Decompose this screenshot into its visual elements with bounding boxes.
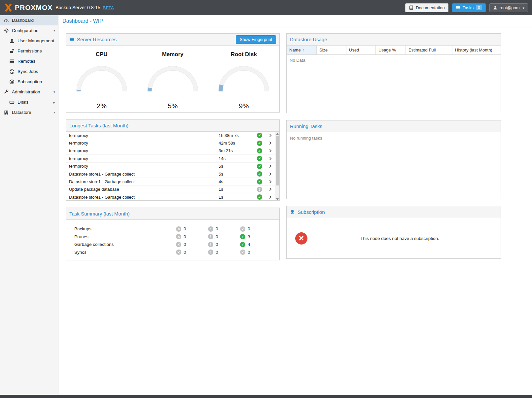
open-task-button[interactable] [266, 149, 275, 153]
scrollbar[interactable] [275, 132, 279, 201]
memory-gauge: Memory 5% [139, 51, 206, 113]
column-header-estimated-full[interactable]: Estimated Full [406, 46, 452, 54]
datastore-usage-columns: Name Size Used Usage % Estimated Full Hi… [287, 46, 501, 55]
lock-icon [9, 49, 15, 54]
tasks-label: Tasks [463, 5, 474, 10]
user-menu-button[interactable]: root@pam [489, 3, 528, 12]
open-task-button[interactable] [266, 141, 275, 145]
chevron-down-icon[interactable] [53, 29, 55, 32]
task-row[interactable]: termproxy 1h 38m 7s [66, 132, 275, 139]
warning-count: 0 [216, 250, 218, 255]
open-task-button[interactable] [266, 164, 275, 168]
scroll-up-button[interactable] [275, 132, 279, 136]
task-summary-panel: Task Summary (last Month) Backups 0 0 0 … [66, 208, 280, 260]
subscription-panel: Subscription × This node does not have a… [286, 206, 501, 259]
summary-row: Prunes 0 0 3 [66, 233, 279, 241]
sidebar: Dashboard Configuration User Management [0, 15, 58, 395]
gear-icon [4, 28, 9, 33]
task-duration: 5s [219, 164, 254, 169]
summary-row: Backups 0 0 0 [66, 225, 279, 233]
show-fingerprint-button[interactable]: Show Fingerprint [236, 35, 276, 44]
summary-row: Garbage collections 0 0 4 [66, 241, 279, 249]
task-row[interactable]: termproxy 3m 21s [66, 147, 275, 155]
task-duration: 4s [219, 179, 254, 184]
disk-icon [9, 100, 15, 105]
summary-label: Garbage collections [66, 242, 176, 247]
open-task-button[interactable] [266, 156, 275, 161]
task-duration: 1s [219, 195, 254, 200]
sidebar-item-disks[interactable]: Disks [0, 97, 58, 107]
open-task-button[interactable] [266, 187, 275, 191]
sidebar-item-dashboard[interactable]: Dashboard [0, 15, 58, 25]
task-row[interactable]: termproxy 14s [66, 155, 275, 162]
task-row[interactable]: termproxy 42m 58s [66, 139, 275, 147]
open-task-button[interactable] [266, 172, 275, 176]
column-header-size[interactable]: Size [317, 46, 346, 54]
task-row[interactable]: Update package database 1s [66, 186, 275, 193]
task-duration: 1s [219, 187, 254, 192]
sidebar-item-datastore[interactable]: Datastore [0, 107, 58, 117]
warning-count: 0 [216, 242, 218, 247]
datastore-usage-panel: Datastore Usage Name Size Used Usage % E… [286, 33, 501, 113]
sidebar-item-user-management[interactable]: User Management [0, 36, 58, 46]
task-status-icon [257, 179, 262, 184]
subscription-body: × This node does not have a subscription… [287, 218, 501, 258]
server-resources-panel: Server Resources Show Fingerprint CPU [66, 33, 280, 113]
task-summary-header: Task Summary (last Month) [66, 208, 279, 220]
server-resources-title: Server Resources [77, 37, 117, 42]
sidebar-item-subscription[interactable]: Subscription [0, 77, 58, 87]
column-header-used[interactable]: Used [346, 46, 376, 54]
subscription-header: Subscription [287, 206, 501, 218]
gauges-row: CPU 2% Memory [66, 46, 279, 113]
book-icon [409, 5, 413, 10]
longest-tasks-grid: termproxy 1h 38m 7s termproxy 42m 58s [66, 132, 279, 201]
sidebar-item-sync-jobs[interactable]: Sync Jobs [0, 66, 58, 77]
open-task-button[interactable] [266, 133, 275, 138]
task-summary-body: Backups 0 0 0 Prunes 0 0 3 [66, 220, 279, 256]
chevron-down-icon[interactable] [53, 111, 55, 114]
proxmox-x-icon [4, 4, 13, 12]
page-title: Dashboard - WIP [62, 18, 103, 24]
sidebar-item-permissions[interactable]: Permissions [0, 46, 58, 56]
task-row[interactable]: Datastore store1 - Garbage collect 5s [66, 170, 275, 178]
error-count: 0 [184, 226, 186, 231]
column-header-usage-pct[interactable]: Usage % [376, 46, 406, 54]
sidebar-item-administration[interactable]: Administration [0, 87, 58, 97]
task-status-icon [257, 171, 262, 177]
proxmox-logo: PROXMOX [4, 4, 53, 12]
gauge-label: Root Disk [210, 51, 278, 58]
summary-label: Syncs [66, 250, 176, 255]
warning-count-icon [208, 234, 213, 239]
open-task-button[interactable] [266, 180, 275, 184]
documentation-button[interactable]: Documentation [405, 3, 448, 12]
chevron-right-icon[interactable] [53, 100, 55, 104]
remotes-icon [9, 59, 15, 64]
datastore-usage-title: Datastore Usage [290, 37, 327, 42]
sidebar-item-label: Datastore [12, 110, 31, 115]
summary-label: Backups [66, 226, 176, 231]
tasks-button[interactable]: Tasks 0 [452, 3, 486, 12]
running-tasks-header: Running Tasks [287, 120, 501, 132]
task-status-icon [257, 133, 262, 138]
error-count: 0 [184, 242, 186, 247]
open-task-button[interactable] [266, 195, 275, 199]
gauge-value: 2% [68, 102, 135, 110]
task-duration: 14s [219, 156, 254, 161]
beta-link[interactable]: BETA [103, 5, 114, 10]
error-count-icon [176, 249, 181, 255]
scroll-down-button[interactable] [275, 197, 279, 201]
server-resources-header: Server Resources Show Fingerprint [66, 34, 279, 46]
sidebar-item-configuration[interactable]: Configuration [0, 25, 58, 36]
column-header-name[interactable]: Name [287, 46, 317, 54]
app-root: PROXMOX Backup Server 0.8-15 BETA Docume… [0, 0, 532, 398]
chevron-down-icon[interactable] [53, 90, 55, 94]
column-header-history[interactable]: History (last Month) [452, 46, 501, 54]
task-row[interactable]: Datastore store1 - Garbage collect 4s [66, 178, 275, 185]
task-row[interactable]: Datastore store1 - Garbage collect 1s [66, 193, 275, 201]
subscription-message: This node does not have a subscription. [307, 236, 492, 241]
task-name: termproxy [69, 164, 219, 169]
sidebar-item-remotes[interactable]: Remotes [0, 56, 58, 66]
scrollbar-thumb[interactable] [276, 136, 279, 185]
sidebar-item-label: User Management [18, 38, 54, 43]
task-row[interactable]: termproxy 5s [66, 163, 275, 170]
